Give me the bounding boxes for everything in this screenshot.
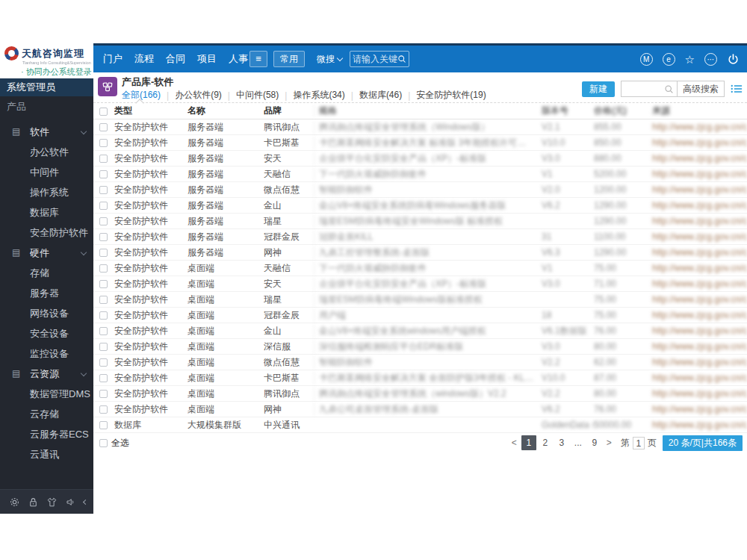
table-row[interactable]: 安全防护软件 桌面端 天融信 下一代防火墙威胁防御套件 V1 75.00 htt… (93, 261, 747, 276)
prev-page-button[interactable]: < (509, 438, 520, 448)
row-checkbox[interactable] (99, 202, 108, 210)
wsearch-label[interactable]: 微搜 (317, 53, 335, 66)
table-row[interactable]: 安全防护软件 桌面端 网神 九鼎公司桌面管理系统-桌面版 V6.2 76.00 … (93, 402, 747, 417)
category-tab[interactable]: 数据库(46) (359, 89, 402, 102)
row-checkbox[interactable] (99, 421, 108, 429)
gear-icon[interactable] (9, 497, 20, 508)
row-checkbox[interactable] (99, 186, 108, 194)
sidebar-item[interactable]: 中间件 (0, 162, 93, 182)
more-icon[interactable]: ⋯ (704, 53, 717, 66)
collapse-sidebar-icon[interactable] (83, 499, 88, 504)
message-icon[interactable]: e (663, 53, 675, 66)
theme-shirt-icon[interactable] (46, 497, 58, 508)
category-tab[interactable]: 安全防护软件(19) (416, 89, 486, 102)
sidebar-item[interactable]: 服务器 (0, 283, 93, 303)
row-checkbox[interactable] (99, 311, 108, 320)
nav-pinned-button[interactable]: 常用 (273, 51, 305, 67)
sidebar-item[interactable]: 操作系统 (0, 182, 93, 202)
row-checkbox[interactable] (99, 374, 108, 382)
chevron-down-icon[interactable] (337, 55, 343, 60)
m-badge-icon[interactable]: M (640, 53, 653, 66)
sidebar-item[interactable]: 网络设备 (0, 303, 93, 323)
table-row[interactable]: 安全防护软件 桌面端 深信服 深信服终端检测响应平台EDR标准版 V3.0 80… (93, 339, 747, 355)
list-view-icon[interactable] (731, 84, 743, 94)
row-checkbox[interactable] (99, 358, 108, 367)
select-all-checkbox[interactable] (99, 439, 108, 447)
sidebar-item[interactable]: 安全设备 (0, 323, 93, 343)
row-checkbox[interactable] (99, 405, 108, 414)
row-checkbox[interactable] (99, 139, 108, 147)
row-checkbox[interactable] (99, 217, 108, 225)
sidebar-item[interactable]: 数据库 (0, 202, 93, 223)
sidebar-group-header[interactable]: ▤ 软件 (0, 122, 93, 142)
sound-icon[interactable] (65, 497, 76, 508)
row-checkbox[interactable] (99, 280, 108, 288)
table-row[interactable]: 安全防护软件 桌面端 金山 金山V8+终端安全系统windows用户端授权 V6… (93, 323, 747, 339)
page-number-button[interactable]: 2 (538, 435, 553, 450)
lock-icon[interactable] (28, 497, 39, 508)
row-checkbox[interactable] (99, 296, 108, 304)
row-checkbox[interactable] (99, 264, 108, 273)
table-row[interactable]: 数据库 大规模集群版 中兴通讯 GoldenData s… 50000.00 h… (93, 417, 747, 433)
nav-item[interactable]: 流程 (134, 52, 154, 66)
row-checkbox[interactable] (99, 390, 108, 398)
search-icon[interactable] (664, 84, 674, 94)
power-icon[interactable] (727, 53, 740, 66)
table-row[interactable]: 安全防护软件 服务器端 天融信 下一代防火墙威胁防御套件 V1 5200.00 … (93, 167, 747, 182)
sidebar-item[interactable]: 安全防护软件 (0, 223, 93, 243)
advanced-search-button[interactable]: 高级搜索 (677, 81, 725, 97)
table-row[interactable]: 安全防护软件 服务器端 瑞星 瑞星ESM防病毒终端安全Windows版 标准授权… (93, 214, 747, 229)
nav-item[interactable]: 人事 (229, 52, 248, 66)
table-row[interactable]: 安全防护软件 服务器端 金山 金山V8+终端安全系统防病毒Windows服务器版… (93, 198, 747, 214)
category-tab[interactable]: 操作系统(34) (293, 89, 344, 102)
page-number-button[interactable]: 3 (554, 435, 569, 450)
row-checkbox[interactable] (99, 123, 108, 131)
table-row[interactable]: 安全防护软件 桌面端 微点佰慧 智能防御软件 V2.2 62.00 http:/… (93, 355, 747, 370)
sidebar-item[interactable]: 监控设备 (0, 343, 93, 364)
table-row[interactable]: 安全防护软件 桌面端 瑞星 瑞星ESM防病毒终端Windows版标准授权 75.… (93, 292, 747, 308)
table-search-input[interactable] (621, 81, 664, 97)
table-row[interactable]: 安全防护软件 服务器端 微点佰慧 智能防御软件 V2.0 1200.00 htt… (93, 182, 747, 198)
nav-item[interactable]: 门户 (103, 52, 123, 66)
row-checkbox[interactable] (99, 249, 108, 257)
category-tab[interactable]: 办公软件(9) (175, 89, 222, 102)
table-row[interactable]: 安全防护软件 桌面端 腾讯御点 腾讯御点终端安全管理系统（windows版）V2… (93, 386, 747, 402)
row-checkbox[interactable] (99, 233, 108, 241)
row-checkbox[interactable] (99, 343, 108, 351)
sidebar-item[interactable]: 云通讯 (0, 444, 93, 464)
sidebar-item[interactable]: 云服务器ECS (0, 424, 93, 444)
oa-login-link[interactable]: · 协同办公系统登录 (21, 66, 93, 78)
page-size-badge[interactable]: 20 条/页|共166条 (663, 435, 743, 451)
page-number-button[interactable]: ... (571, 435, 586, 450)
row-checkbox[interactable] (99, 155, 108, 163)
table-row[interactable]: 安全防护软件 服务器端 安天 企业级平台化安防安全产品（XP）-标准版 V3.0… (93, 151, 747, 167)
category-tab[interactable]: 中间件(58) (236, 89, 279, 102)
sidebar-group-header[interactable]: ▤ 硬件 (0, 243, 93, 263)
table-row[interactable]: 安全防护软件 服务器端 卡巴斯基 卡巴斯基网络安全解决方案 标准版 3年期授权许… (93, 135, 747, 151)
sidebar-item-product[interactable]: 产品 (0, 96, 93, 117)
nav-menu-button[interactable]: ≡ (249, 51, 267, 67)
table-row[interactable]: 安全防护软件 服务器端 腾讯御点 腾讯御点终端安全管理系统（Windows版） … (93, 119, 747, 135)
sidebar-item[interactable]: 云存储 (0, 404, 93, 424)
sidebar-group-header[interactable]: ▤ 云资源 (0, 364, 93, 384)
search-icon[interactable] (397, 55, 406, 63)
table-row[interactable]: 安全防护软件 桌面端 安天 企业级平台化安防安全产品（XP）-标准版 V3.0 … (93, 276, 747, 292)
row-checkbox[interactable] (99, 170, 108, 178)
page-number-button[interactable]: 1 (521, 435, 536, 450)
table-row[interactable]: 安全防护软件 服务器端 冠群金辰 冠群金辰KILL 31 1100.00 htt… (93, 229, 747, 245)
header-select-checkbox[interactable] (99, 108, 108, 116)
page-jump-input[interactable]: 1 (633, 437, 645, 449)
star-icon[interactable]: ☆ (685, 53, 695, 66)
sidebar-item[interactable]: 办公软件 (0, 142, 93, 162)
next-page-button[interactable]: > (604, 438, 615, 448)
sidebar-item[interactable]: 数据管理DMS (0, 384, 93, 404)
table-row[interactable]: 安全防护软件 服务器端 网神 九鼎工控管理整系统-桌面版 V6.3 1290.0… (93, 245, 747, 261)
nav-item[interactable]: 项目 (197, 52, 217, 66)
nav-item[interactable]: 合同 (166, 52, 185, 66)
table-row[interactable]: 安全防护软件 桌面端 卡巴斯基 卡巴斯基网络安全解决方案 全面防护版3年授权 -… (93, 370, 747, 386)
table-row[interactable]: 安全防护软件 桌面端 冠群金辰 用户端 18 75.00 http://www.… (93, 308, 747, 323)
row-checkbox[interactable] (99, 327, 108, 335)
page-number-button[interactable]: 9 (587, 435, 602, 450)
keyword-search-input[interactable] (353, 54, 397, 64)
sidebar-item[interactable]: 存储 (0, 263, 93, 283)
